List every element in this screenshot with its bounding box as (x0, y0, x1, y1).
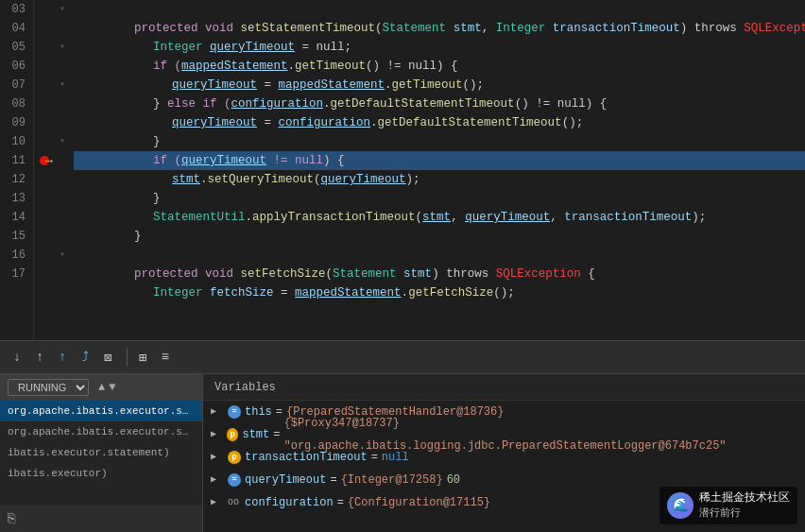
evaluate-icon[interactable]: ⊠ (98, 348, 117, 367)
stack-toolbar: ⎘ (0, 506, 202, 532)
variables-header: Variables (203, 374, 805, 401)
stack-panel: RUNNING PAUSED ▲ ▼ org.apache.ibatis.exe… (0, 374, 203, 532)
stack-frame-0[interactable]: org.apache.ibatis.executor.statement (0, 401, 202, 421)
prev-frame-button[interactable]: ▲ (98, 381, 105, 394)
var-name: configuration (245, 491, 334, 514)
var-value: {Integer@17258} (341, 469, 443, 491)
run-to-cursor-icon[interactable]: ⤴ (76, 348, 94, 367)
variable-stmt[interactable]: ▶ p stmt = {$Proxy347@18737} "org.apache… (203, 423, 805, 446)
nav-arrows: ▲ ▼ (98, 381, 115, 394)
debug-markers: → (34, 0, 55, 340)
step-out-icon[interactable]: ↑ (53, 348, 72, 367)
stack-header: RUNNING PAUSED ▲ ▼ (0, 374, 202, 401)
stack-frame-1[interactable]: org.apache.ibatis.executor.statement) (0, 421, 202, 442)
stack-frame-2[interactable]: ibatis.executor.statement) (0, 442, 202, 463)
var-name: transactionTimeout (245, 446, 368, 469)
var-type-icon: p (228, 451, 241, 464)
var-name: this (245, 401, 272, 423)
table-icon[interactable]: ⊞ (133, 348, 152, 367)
expand-icon: ▶ (211, 469, 224, 491)
var-type-icon: p (227, 428, 239, 441)
current-line-arrow: → (45, 154, 53, 168)
var-value: {Configuration@17115} (348, 491, 490, 514)
watermark-avatar: 🌊 (667, 492, 694, 519)
step-into-icon[interactable]: ↑ (30, 348, 49, 367)
watermark: 🌊 稀土掘金技术社区 潜行前行 (659, 487, 797, 524)
stack-frames-list: org.apache.ibatis.executor.statement org… (0, 401, 202, 506)
var-type-icon: = (228, 405, 241, 419)
code-content: protected void setStatementTimeout(State… (70, 0, 805, 340)
line-numbers: 03 04 05 06 07 08 09 10 11 12 13 14 15 1… (0, 0, 34, 340)
toolbar-separator (127, 348, 128, 367)
var-name: queryTimeout (245, 469, 326, 491)
fold-gutter: ▾ ▾ ▾ ▾ ▾ (55, 0, 70, 340)
watermark-text: 稀土掘金技术社区 潜行前行 (699, 490, 790, 521)
debug-toolbar: ↓ ↑ ↑ ⤴ ⊠ ⊞ ≡ (0, 340, 805, 374)
copy-icon[interactable]: ⎘ (8, 511, 15, 526)
code-line-03: protected void setStatementTimeout(State… (74, 0, 805, 19)
step-over-icon[interactable]: ↓ (8, 348, 26, 367)
gutter: 03 04 05 06 07 08 09 10 11 12 13 14 15 1… (0, 0, 70, 340)
variable-transactionTimeout[interactable]: ▶ p transactionTimeout = null (203, 446, 805, 469)
next-frame-button[interactable]: ▼ (109, 381, 115, 394)
code-editor: 03 04 05 06 07 08 09 10 11 12 13 14 15 1… (0, 0, 805, 340)
code-line-15 (74, 227, 805, 246)
expand-icon: ▶ (211, 423, 223, 446)
code-line-10: if (queryTimeout != null) { (74, 132, 805, 151)
code-line-13: StatementUtil.applyTransactionTimeout(st… (74, 189, 805, 208)
var-value: null (382, 446, 409, 469)
var-type-icon-oo: oo (228, 491, 239, 514)
format-icon[interactable]: ≡ (156, 348, 175, 367)
stack-frame-3[interactable]: ibatis.executor) (0, 463, 202, 484)
expand-icon: ▶ (211, 401, 224, 423)
debug-status-select[interactable]: RUNNING PAUSED (8, 379, 89, 396)
expand-icon: ▶ (211, 446, 224, 469)
expand-icon: ▶ (211, 491, 224, 514)
code-line-16: protected void setFetchSize(Statement st… (74, 246, 805, 265)
var-type-icon: = (228, 473, 241, 487)
var-name: stmt (242, 423, 269, 446)
